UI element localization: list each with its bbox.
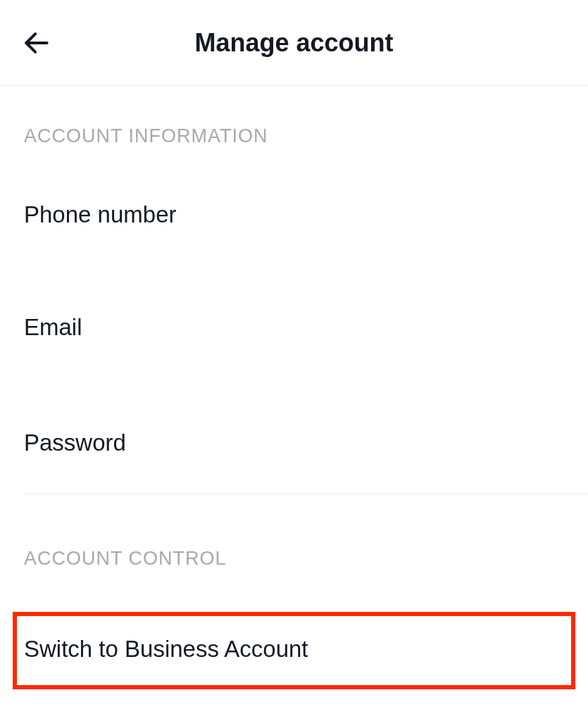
- list-item-email[interactable]: Email: [0, 311, 588, 344]
- section-header-account-control: ACCOUNT CONTROL: [0, 548, 588, 570]
- section-divider: [24, 494, 588, 494]
- list-item-password[interactable]: Password: [0, 426, 588, 460]
- arrow-left-icon: [21, 27, 52, 58]
- list-item-switch-business[interactable]: Switch to Business Account: [24, 636, 564, 663]
- list-item-phone-number[interactable]: Phone number: [0, 198, 588, 232]
- page-title: Manage account: [54, 28, 534, 58]
- back-button[interactable]: [20, 26, 54, 60]
- section-header-account-information: ACCOUNT INFORMATION: [0, 125, 588, 147]
- highlight-box: Switch to Business Account: [13, 612, 575, 689]
- page-header: Manage account: [0, 0, 588, 86]
